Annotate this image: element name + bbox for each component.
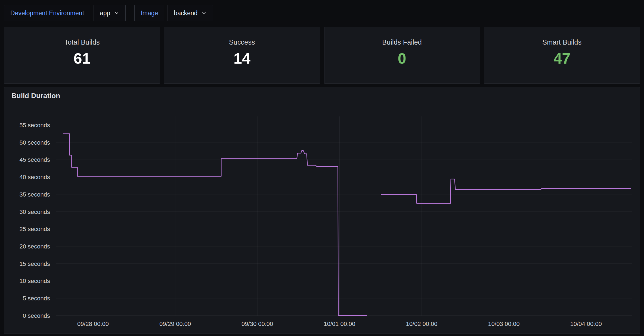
- svg-text:09/29 00:00: 09/29 00:00: [159, 321, 191, 327]
- variable-bar: Development Environment app Image backen…: [4, 5, 640, 21]
- chevron-down-icon: [114, 10, 119, 16]
- stat-title: Builds Failed: [382, 38, 422, 46]
- variable-image-label: Image: [141, 10, 158, 17]
- stat-panel-success: Success 14: [164, 27, 320, 84]
- svg-text:35 seconds: 35 seconds: [20, 191, 50, 198]
- svg-text:40 seconds: 40 seconds: [20, 174, 50, 181]
- svg-text:09/28 00:00: 09/28 00:00: [77, 321, 109, 327]
- stat-panel-builds-failed: Builds Failed 0: [324, 27, 480, 84]
- svg-text:30 seconds: 30 seconds: [20, 209, 50, 215]
- build-duration-chart[interactable]: 0 seconds5 seconds10 seconds15 seconds20…: [4, 101, 640, 334]
- stat-panel-total-builds: Total Builds 61: [4, 27, 160, 84]
- stat-title: Success: [229, 38, 255, 46]
- svg-text:09/30 00:00: 09/30 00:00: [242, 321, 273, 327]
- variable-environment-label: Development Environment: [10, 10, 84, 17]
- svg-text:5 seconds: 5 seconds: [23, 295, 50, 302]
- stats-row: Total Builds 61 Success 14 Builds Failed…: [4, 27, 640, 84]
- panel-title[interactable]: Build Duration: [11, 92, 60, 100]
- svg-text:10 seconds: 10 seconds: [20, 278, 50, 284]
- variable-app-value: app: [100, 10, 110, 17]
- chevron-down-icon: [201, 10, 207, 16]
- stat-title: Total Builds: [64, 38, 100, 46]
- variable-app-select[interactable]: app: [94, 5, 126, 21]
- build-duration-panel: Build Duration 0 seconds5 seconds10 seco…: [4, 87, 640, 334]
- stat-value: 14: [234, 50, 250, 67]
- svg-text:15 seconds: 15 seconds: [20, 260, 50, 267]
- svg-text:10/02 00:00: 10/02 00:00: [406, 321, 437, 327]
- stat-panel-smart-builds: Smart Builds 47: [484, 27, 640, 84]
- stat-value: 47: [553, 50, 570, 67]
- svg-text:10/04 00:00: 10/04 00:00: [570, 321, 602, 327]
- stat-value: 0: [398, 50, 406, 67]
- svg-text:55 seconds: 55 seconds: [20, 122, 50, 129]
- panel-header: Build Duration: [4, 87, 640, 101]
- chart-area: 0 seconds5 seconds10 seconds15 seconds20…: [4, 101, 640, 334]
- svg-text:20 seconds: 20 seconds: [20, 243, 50, 250]
- svg-text:10/01 00:00: 10/01 00:00: [324, 321, 355, 327]
- svg-text:10/03 00:00: 10/03 00:00: [488, 321, 520, 327]
- variable-backend-select[interactable]: backend: [168, 5, 213, 21]
- stat-value: 61: [73, 50, 90, 67]
- dashboard: Development Environment app Image backen…: [0, 0, 644, 336]
- stat-title: Smart Builds: [542, 38, 581, 46]
- variable-backend-value: backend: [174, 10, 197, 17]
- svg-text:25 seconds: 25 seconds: [20, 226, 50, 232]
- svg-text:45 seconds: 45 seconds: [20, 156, 50, 163]
- svg-text:50 seconds: 50 seconds: [20, 139, 50, 146]
- variable-environment[interactable]: Development Environment: [4, 5, 90, 21]
- variable-image-label-box[interactable]: Image: [134, 5, 164, 21]
- svg-text:0 seconds: 0 seconds: [23, 312, 50, 319]
